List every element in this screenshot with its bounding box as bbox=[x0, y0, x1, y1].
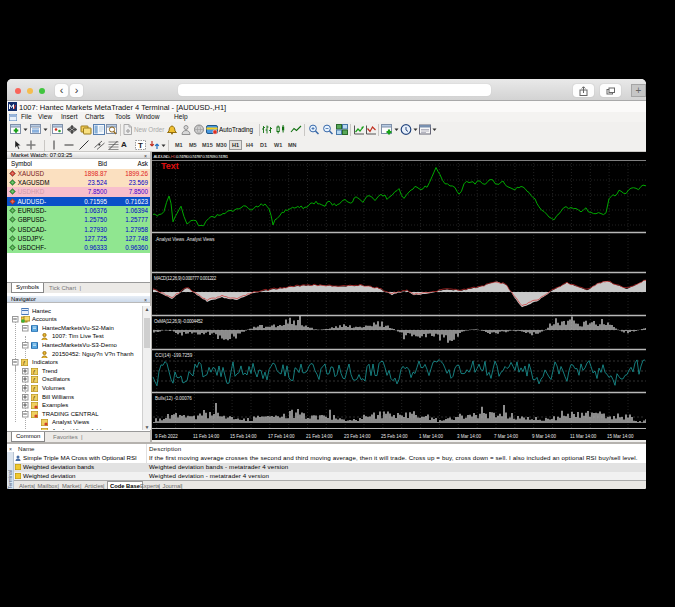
svg-text:OsMA(12,26,9) -0.0004452: OsMA(12,26,9) -0.0004452 bbox=[154, 319, 203, 324]
svg-text:21 Feb 14:00: 21 Feb 14:00 bbox=[306, 434, 333, 439]
svg-text:3 Mar 14:00: 3 Mar 14:00 bbox=[457, 434, 482, 439]
svg-text:MACD(12,26,9) 0.000777 0.00122: MACD(12,26,9) 0.000777 0.001222 bbox=[154, 276, 217, 281]
svg-text:1 Mar 14:00: 1 Mar 14:00 bbox=[419, 434, 444, 439]
svg-text:25 Feb 14:00: 25 Feb 14:00 bbox=[381, 434, 408, 439]
svg-text:T: T bbox=[138, 141, 143, 150]
svg-text:.Analyst Views .Analyst Views: .Analyst Views .Analyst Views bbox=[155, 237, 215, 242]
svg-text:15 Feb 14:00: 15 Feb 14:00 bbox=[230, 434, 257, 439]
svg-text:9 Mar 14:00: 9 Mar 14:00 bbox=[532, 434, 557, 439]
svg-text:7 Mar 14:00: 7 Mar 14:00 bbox=[494, 434, 519, 439]
svg-text:23 Feb 14:00: 23 Feb 14:00 bbox=[344, 434, 371, 439]
svg-text:11 Mar 14:00: 11 Mar 14:00 bbox=[570, 434, 597, 439]
svg-text:15 Mar 14:00: 15 Mar 14:00 bbox=[607, 434, 634, 439]
svg-text:Bulls(12) -0.00076: Bulls(12) -0.00076 bbox=[155, 396, 192, 401]
svg-text:9 Feb 2022: 9 Feb 2022 bbox=[155, 434, 178, 439]
svg-text:Text: Text bbox=[161, 161, 179, 171]
svg-text:AUDUSD-,H1 0.74780 0.74787 0.: AUDUSD-,H1 0.74780 0.74787 0.74769 0.747… bbox=[154, 154, 229, 159]
svg-text:CCI(14) -199.7259: CCI(14) -199.7259 bbox=[155, 353, 193, 358]
svg-text:17 Feb 14:00: 17 Feb 14:00 bbox=[268, 434, 295, 439]
svg-text:11 Feb 14:00: 11 Feb 14:00 bbox=[193, 434, 220, 439]
